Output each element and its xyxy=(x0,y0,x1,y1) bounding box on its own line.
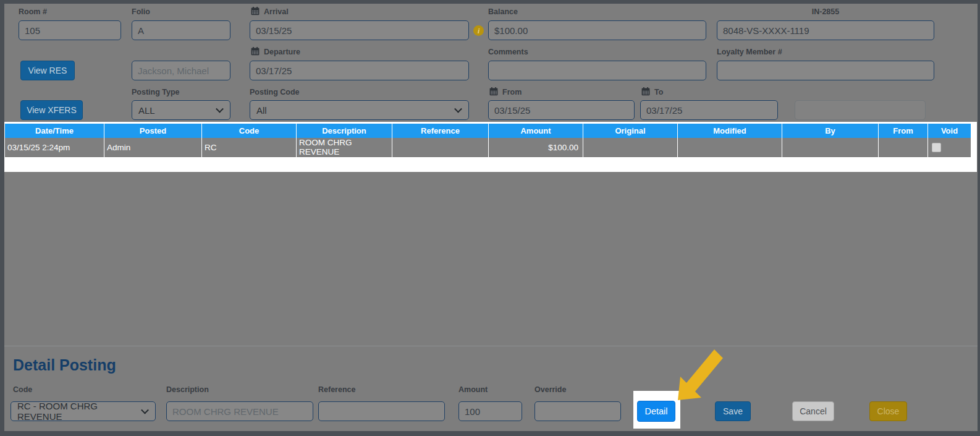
column-header-description[interactable]: Description xyxy=(297,124,392,138)
view-res-button[interactable]: View RES xyxy=(20,61,75,80)
calendar-icon xyxy=(251,7,260,17)
comments-label: Comments xyxy=(488,48,528,56)
dp-code-value: RC - ROOM CHRG REVENUE xyxy=(17,401,138,422)
calendar-icon xyxy=(251,47,260,58)
from-label: From xyxy=(489,87,522,98)
column-header-void[interactable]: Void xyxy=(928,124,971,138)
void-checkbox[interactable] xyxy=(932,143,941,152)
section-divider xyxy=(4,346,978,346)
dp-code-select[interactable]: RC - ROOM CHRG REVENUE xyxy=(11,401,156,421)
comments-input[interactable] xyxy=(488,61,706,80)
column-header-modified[interactable]: Modified xyxy=(678,124,782,138)
detail-button[interactable]: Detail xyxy=(637,401,675,422)
dp-reference-label: Reference xyxy=(318,385,355,394)
cell-reference xyxy=(392,138,488,157)
table-row[interactable]: 03/15/25 2:24pm Admin RC ROOM CHRG REVEN… xyxy=(5,138,965,157)
posting-code-select[interactable]: All xyxy=(250,100,469,120)
cell-description: ROOM CHRG REVENUE xyxy=(297,138,392,157)
dp-override-input[interactable] xyxy=(534,401,621,421)
calendar-icon xyxy=(489,87,498,98)
to-label: To xyxy=(641,87,663,98)
cell-original xyxy=(583,138,677,157)
folio-input[interactable] xyxy=(132,20,230,40)
loyalty-member-label: Loyalty Member # xyxy=(717,48,782,56)
room-number-label: Room # xyxy=(19,7,47,16)
to-date-input[interactable] xyxy=(640,100,778,120)
cell-code: RC xyxy=(202,138,296,157)
column-header-posted[interactable]: Posted xyxy=(104,124,201,138)
dp-override-label: Override xyxy=(534,385,566,394)
column-header-reference[interactable]: Reference xyxy=(392,124,488,138)
column-header-by[interactable]: By xyxy=(782,124,878,138)
balance-input[interactable] xyxy=(488,20,706,40)
arrival-label: Arrival xyxy=(251,7,289,17)
dp-amount-input[interactable] xyxy=(458,401,522,421)
cell-amount: $100.00 xyxy=(489,138,583,157)
column-header-original[interactable]: Original xyxy=(583,124,677,138)
loyalty-member-input[interactable] xyxy=(717,61,934,80)
column-header-datetime[interactable]: Date/Time xyxy=(5,124,104,138)
view-xfers-button[interactable]: View XFERS xyxy=(20,100,83,120)
posting-code-label: Posting Code xyxy=(250,88,300,96)
transactions-table-spotlight: Date/Time Posted Code Description Refere… xyxy=(4,122,977,172)
guest-name-input[interactable] xyxy=(132,61,230,80)
room-number-input[interactable] xyxy=(19,20,121,40)
cell-void xyxy=(928,138,971,157)
balance-label: Balance xyxy=(488,7,518,16)
dp-reference-input[interactable] xyxy=(318,401,445,421)
cell-datetime: 03/15/25 2:24pm xyxy=(5,138,104,157)
posting-type-value: ALL xyxy=(138,105,155,116)
transactions-table: Date/Time Posted Code Description Refere… xyxy=(5,124,965,157)
cell-by xyxy=(782,138,878,157)
dp-description-input xyxy=(166,401,313,421)
detail-posting-title: Detail Posting xyxy=(13,356,116,374)
info-icon[interactable]: i xyxy=(473,25,484,36)
dp-description-label: Description xyxy=(166,385,209,394)
tutorial-arrow-icon xyxy=(672,344,729,406)
extra-disabled-input xyxy=(795,100,926,120)
column-header-amount[interactable]: Amount xyxy=(489,124,583,138)
posting-code-value: All xyxy=(256,105,267,116)
invoice-number-label: IN-2855 xyxy=(717,7,934,16)
column-header-from[interactable]: From xyxy=(879,124,927,138)
chevron-down-icon xyxy=(454,105,462,113)
table-header-row: Date/Time Posted Code Description Refere… xyxy=(5,124,965,138)
calendar-icon xyxy=(641,87,650,98)
arrival-date-input[interactable] xyxy=(250,20,469,40)
folio-posting-screen: Room # Folio Arrival i Balance IN-2855 V… xyxy=(0,0,980,436)
close-button[interactable]: Close xyxy=(869,401,907,421)
posting-type-label: Posting Type xyxy=(132,88,180,96)
window-frame-bottom xyxy=(0,431,980,436)
window-frame-left xyxy=(0,0,4,436)
card-number-input[interactable] xyxy=(717,20,934,40)
window-frame-right xyxy=(978,0,980,436)
cell-posted: Admin xyxy=(104,138,201,157)
cell-modified xyxy=(678,138,782,157)
folio-label: Folio xyxy=(132,7,150,16)
departure-label: Departure xyxy=(251,47,300,58)
window-frame-top xyxy=(0,0,980,4)
column-header-code[interactable]: Code xyxy=(202,124,296,138)
chevron-down-icon xyxy=(141,406,149,414)
cell-from xyxy=(879,138,927,157)
dp-amount-label: Amount xyxy=(458,385,488,394)
chevron-down-icon xyxy=(216,105,224,113)
departure-date-input[interactable] xyxy=(250,61,469,80)
from-date-input[interactable] xyxy=(488,100,635,120)
posting-type-select[interactable]: ALL xyxy=(132,100,230,120)
dp-code-label: Code xyxy=(13,385,32,394)
cancel-button[interactable]: Cancel xyxy=(792,401,834,421)
